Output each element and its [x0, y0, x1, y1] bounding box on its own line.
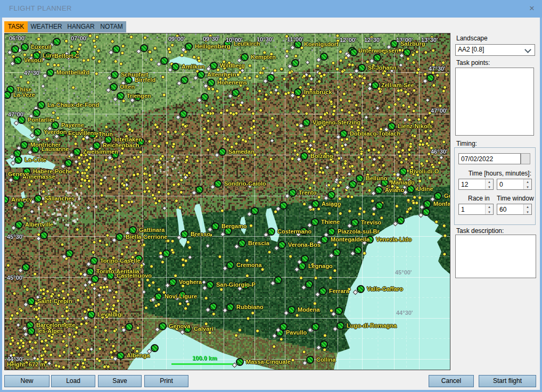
airport-marker[interactable] [350, 48, 358, 56]
airport-marker[interactable] [37, 101, 45, 109]
task-description-input[interactable] [455, 235, 536, 278]
tab-hangar[interactable]: HANGAR [65, 21, 97, 32]
airport-marker[interactable] [375, 186, 383, 194]
airport-marker[interactable] [294, 88, 302, 96]
save-button[interactable]: Save [98, 375, 142, 387]
airport-marker[interactable] [407, 185, 415, 193]
airport-marker[interactable] [180, 76, 188, 84]
airport-marker[interactable] [251, 207, 259, 215]
airport-marker[interactable] [357, 285, 365, 293]
airport-marker[interactable] [154, 293, 162, 301]
spin-up-icon[interactable]: ▴ [485, 204, 493, 210]
airport-marker[interactable] [291, 59, 299, 67]
airport-marker[interactable] [32, 109, 40, 117]
airport-marker[interactable] [116, 233, 124, 241]
airport-marker[interactable] [179, 110, 187, 118]
airport-marker[interactable] [280, 202, 288, 210]
race-in-spin-buttons[interactable]: ▴▾ [485, 204, 493, 214]
airport-marker[interactable] [302, 119, 310, 127]
airport-marker[interactable] [358, 64, 366, 72]
airport-marker[interactable] [232, 89, 240, 97]
tab-weather[interactable]: WEATHER [28, 21, 65, 32]
airport-marker[interactable] [403, 48, 411, 56]
airport-marker[interactable] [73, 148, 81, 156]
airport-marker[interactable] [206, 281, 214, 289]
airport-marker[interactable] [40, 231, 48, 239]
airport-marker[interactable] [335, 307, 343, 315]
print-button[interactable]: Print [144, 375, 188, 387]
airport-marker[interactable] [278, 241, 286, 249]
airport-marker[interactable] [226, 261, 234, 269]
airport-marker[interactable] [53, 38, 61, 46]
airport-marker[interactable] [46, 69, 54, 77]
airport-marker[interactable] [112, 45, 120, 53]
cancel-button[interactable]: Cancel [429, 375, 474, 387]
airport-marker[interactable] [301, 255, 309, 263]
airport-marker[interactable] [160, 57, 168, 65]
airport-marker[interactable] [373, 54, 381, 62]
airport-marker[interactable] [91, 275, 99, 283]
airport-marker[interactable] [327, 191, 335, 199]
airport-marker[interactable] [211, 222, 219, 230]
time-window-spin-buttons[interactable]: ▴▾ [523, 204, 531, 214]
airport-marker[interactable] [426, 74, 434, 82]
airport-marker[interactable] [236, 358, 244, 366]
airport-marker[interactable] [333, 248, 341, 256]
map[interactable]: LuxeuilLureBelfort-CVesoulMontbeliardThi… [4, 33, 450, 370]
airport-marker[interactable] [356, 174, 364, 182]
airport-marker[interactable] [349, 180, 357, 188]
airport-marker[interactable] [375, 202, 383, 210]
airport-marker[interactable] [320, 53, 328, 61]
new-button[interactable]: New [4, 375, 50, 387]
tab-task[interactable]: TASK [4, 21, 28, 32]
airport-marker[interactable] [129, 226, 137, 234]
airport-marker[interactable] [15, 221, 23, 229]
airport-marker[interactable] [64, 159, 72, 167]
airport-marker[interactable] [311, 200, 319, 208]
airport-marker[interactable] [125, 323, 133, 331]
airport-marker[interactable] [34, 195, 42, 203]
airport-marker[interactable] [27, 327, 35, 335]
tab-notam[interactable]: NOTAM [97, 21, 126, 32]
landscape-select[interactable]: AA2 [0.8] [455, 44, 535, 56]
airport-marker[interactable] [214, 180, 222, 188]
airport-marker[interactable] [320, 340, 328, 348]
airport-marker[interactable] [306, 356, 314, 364]
airport-marker[interactable] [27, 297, 35, 305]
hours-spin-buttons[interactable]: ▴▾ [485, 179, 493, 189]
airport-marker[interactable] [319, 287, 327, 295]
airport-marker[interactable] [311, 218, 319, 226]
airport-marker[interactable] [238, 239, 246, 247]
close-icon[interactable]: × [526, 3, 538, 14]
airport-marker[interactable] [162, 249, 170, 257]
airport-marker[interactable] [169, 278, 177, 286]
airport-marker[interactable] [117, 92, 125, 100]
airport-marker[interactable] [65, 249, 73, 257]
spin-down-icon[interactable]: ▾ [523, 210, 531, 215]
airport-marker[interactable] [22, 263, 30, 271]
spin-down-icon[interactable]: ▾ [485, 185, 493, 190]
spin-up-icon[interactable]: ▴ [523, 179, 531, 185]
airport-marker[interactable] [117, 352, 125, 360]
airport-marker[interactable] [151, 344, 159, 352]
airport-marker[interactable] [209, 303, 217, 311]
airport-marker[interactable] [90, 257, 98, 265]
airport-marker[interactable] [159, 322, 167, 330]
start-flight-button[interactable]: Start flight [479, 375, 536, 387]
airport-marker[interactable] [351, 219, 359, 227]
airport-marker[interactable] [423, 200, 431, 208]
airport-marker[interactable] [226, 303, 234, 311]
airport-marker[interactable] [274, 276, 282, 284]
airport-marker[interactable] [336, 322, 344, 330]
date-picker-button[interactable] [521, 153, 530, 164]
airport-marker[interactable] [13, 149, 21, 157]
airport-marker[interactable] [201, 93, 209, 101]
airport-marker[interactable] [110, 83, 118, 91]
airport-marker[interactable] [34, 128, 42, 136]
airport-marker[interactable] [288, 306, 295, 314]
airport-marker[interactable] [321, 236, 329, 244]
airport-marker[interactable] [11, 45, 19, 53]
airport-marker[interactable] [195, 186, 203, 194]
spin-down-icon[interactable]: ▾ [523, 185, 531, 190]
airport-marker[interactable] [197, 71, 205, 79]
